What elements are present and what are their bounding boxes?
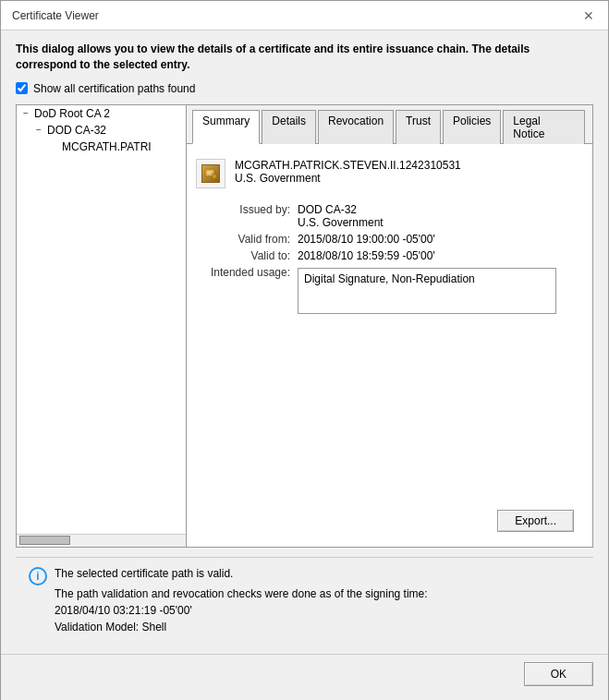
export-row: Export... <box>196 501 578 532</box>
show-paths-row: Show all certification paths found <box>16 82 593 95</box>
valid-to-label: Valid to: <box>196 247 298 264</box>
status-text-block: The selected certificate path is valid. … <box>55 565 428 635</box>
svg-point-3 <box>213 174 217 178</box>
show-paths-checkbox[interactable] <box>16 82 28 94</box>
certificate-details-panel: Summary Details Revocation Trust Policie… <box>187 104 593 548</box>
valid-to-value: 2018/08/10 18:59:59 -05'00' <box>298 247 578 264</box>
dialog-title: Certificate Viewer <box>12 9 99 22</box>
tree-label-ca32: DOD CA-32 <box>47 124 106 137</box>
status-bar: i The selected certificate path is valid… <box>16 557 593 643</box>
tree-item-dod-ca32[interactable]: − DOD CA-32 <box>17 122 186 139</box>
tab-policies[interactable]: Policies <box>443 110 501 144</box>
issued-by-value: DOD CA-32 U.S. Government <box>298 201 578 231</box>
intended-usage-row: Intended usage: Digital Signature, Non-R… <box>196 264 578 316</box>
expand-icon-root: − <box>20 108 31 118</box>
valid-from-row: Valid from: 2015/08/10 19:00:00 -05'00' <box>196 231 578 247</box>
bottom-bar: OK <box>1 654 608 697</box>
tab-revocation[interactable]: Revocation <box>318 110 394 144</box>
tab-details[interactable]: Details <box>262 110 316 144</box>
valid-to-row: Valid to: 2018/08/10 18:59:59 -05'00' <box>196 247 578 264</box>
issued-by-ca: DOD CA-32 <box>298 203 578 216</box>
close-button[interactable]: ✕ <box>580 7 597 24</box>
status-timestamp: 2018/04/10 03:21:19 -05'00' <box>55 602 428 619</box>
tree-items: − DoD Root CA 2 − DOD CA-32 MCGRATH.PATR… <box>17 105 186 534</box>
cert-header: MCGRATH.PATRICK.STEVEN.II.1242310531 U.S… <box>196 159 578 188</box>
valid-from-label: Valid from: <box>196 231 298 247</box>
tabs-bar: Summary Details Revocation Trust Policie… <box>187 105 592 144</box>
status-valid-text: The selected certificate path is valid. <box>55 565 428 582</box>
cert-org: U.S. Government <box>235 172 461 185</box>
status-validation-text: The path validation and revocation check… <box>55 585 428 602</box>
info-icon: i <box>29 567 47 585</box>
issued-by-row: Issued by: DOD CA-32 U.S. Government <box>196 201 578 231</box>
tab-legal-notice[interactable]: Legal Notice <box>503 110 585 144</box>
certificate-tree-panel: − DoD Root CA 2 − DOD CA-32 MCGRATH.PATR… <box>16 104 187 548</box>
cert-name: MCGRATH.PATRICK.STEVEN.II.1242310531 <box>235 159 461 172</box>
tree-label-mcgrath: MCGRATH.PATRI <box>62 140 152 153</box>
tree-item-mcgrath[interactable]: MCGRATH.PATRI <box>17 139 186 155</box>
valid-from-value: 2015/08/10 19:00:00 -05'00' <box>298 231 578 247</box>
dialog-description: This dialog allows you to view the detai… <box>16 42 593 73</box>
intended-usage-value: Digital Signature, Non-Repudiation <box>298 264 578 316</box>
tree-item-dod-root[interactable]: − DoD Root CA 2 <box>17 105 186 122</box>
cert-icon-inner <box>201 164 220 183</box>
main-content: − DoD Root CA 2 − DOD CA-32 MCGRATH.PATR… <box>16 104 593 548</box>
dialog-body: This dialog allows you to view the detai… <box>1 30 608 654</box>
expand-icon-ca32: − <box>33 125 44 135</box>
certificate-viewer-dialog: Certificate Viewer ✕ This dialog allows … <box>0 0 609 700</box>
title-bar: Certificate Viewer ✕ <box>1 1 608 30</box>
intended-usage-label: Intended usage: <box>196 264 298 316</box>
tab-trust[interactable]: Trust <box>396 110 441 144</box>
export-button[interactable]: Export... <box>497 510 574 532</box>
scrollbar-thumb <box>19 536 70 545</box>
ok-button[interactable]: OK <box>524 662 593 686</box>
cert-name-block: MCGRATH.PATRICK.STEVEN.II.1242310531 U.S… <box>235 159 461 185</box>
tab-summary[interactable]: Summary <box>192 110 260 144</box>
cert-fields-table: Issued by: DOD CA-32 U.S. Government Val… <box>196 201 578 316</box>
cert-icon <box>196 159 225 188</box>
watermark-text: PATRICK.S.MCGRATH... <box>1 697 608 700</box>
show-paths-label: Show all certification paths found <box>33 82 195 95</box>
tree-label-root: DoD Root CA 2 <box>34 107 110 120</box>
issued-by-label: Issued by: <box>196 201 298 231</box>
tree-scrollbar[interactable] <box>17 534 186 547</box>
expand-icon-mcgrath <box>48 141 59 151</box>
status-model-text: Validation Model: Shell <box>55 619 428 635</box>
intended-usage-box: Digital Signature, Non-Repudiation <box>298 268 556 314</box>
issued-by-org: U.S. Government <box>298 216 578 229</box>
certificate-icon-svg <box>204 167 217 180</box>
summary-content: MCGRATH.PATRICK.STEVEN.II.1242310531 U.S… <box>187 144 592 547</box>
